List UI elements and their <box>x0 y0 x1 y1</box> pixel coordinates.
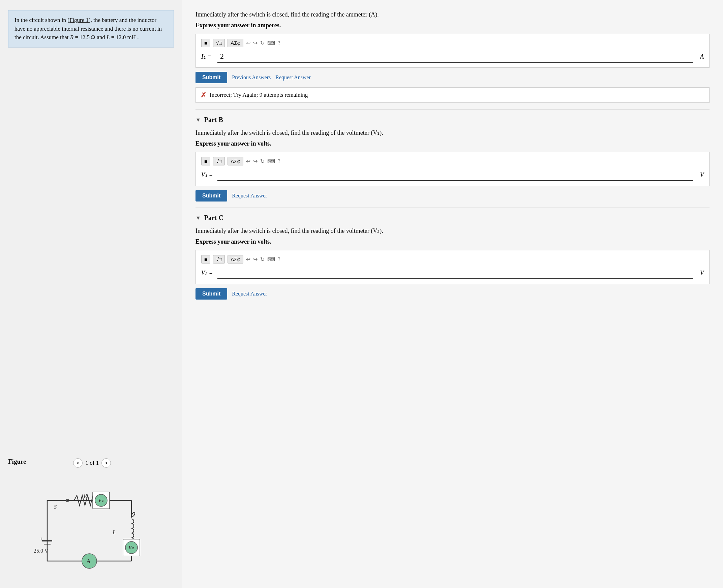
part-c-matrix-button[interactable]: ■ <box>201 255 210 264</box>
part-a-request-answer-link[interactable]: Request Answer <box>275 75 310 81</box>
part-b-help-icon[interactable]: ? <box>278 159 280 164</box>
error-x-icon: ✗ <box>201 91 206 99</box>
part-b-unit: V <box>696 171 704 178</box>
part-a-unit: A <box>696 53 704 60</box>
part-c-redo-icon[interactable]: ↪ <box>253 256 257 262</box>
part-b-input[interactable] <box>218 169 693 181</box>
divider-ab <box>195 109 709 110</box>
part-a-input-row: I₁ = A <box>201 50 704 63</box>
problem-text: In the circuit shown in (Figure 1), the … <box>15 17 162 40</box>
part-b-header: ▼ Part B <box>195 116 709 124</box>
nav-prev-button[interactable]: < <box>73 458 83 468</box>
part-b-section: ▼ Part B Immediately after the switch is… <box>195 116 709 202</box>
part-c-input-label: V₂ = <box>201 269 215 277</box>
part-b-greek-button[interactable]: ΑΣφ <box>228 157 243 165</box>
nav-count: 1 of 1 <box>85 460 99 466</box>
part-b-keyboard-icon[interactable]: ⌨ <box>267 158 275 164</box>
part-c-answer-box: ■ √□ ΑΣφ ↩ ↪ ↻ ⌨ ? V₂ = V <box>195 250 709 284</box>
greek-button[interactable]: ΑΣφ <box>228 39 243 47</box>
part-c-request-answer-link[interactable]: Request Answer <box>232 291 267 297</box>
part-b-undo-icon[interactable]: ↩ <box>246 158 250 164</box>
part-a-error-box: ✗ Incorrect; Try Again; 9 attempts remai… <box>195 87 709 103</box>
part-b-label: Part B <box>204 116 223 124</box>
error-text: Incorrect; Try Again; 9 attempts remaini… <box>210 92 308 98</box>
problem-box: In the circuit shown in (Figure 1), the … <box>8 10 174 47</box>
part-c-submit-button[interactable]: Submit <box>195 288 227 299</box>
matrix-icon-button[interactable]: ■ <box>201 39 210 47</box>
part-c-refresh-icon[interactable]: ↻ <box>260 256 265 262</box>
part-c-instruction: Express your answer in volts. <box>195 238 709 245</box>
part-a-section: Immediately after the switch is closed, … <box>195 10 709 103</box>
part-b-toolbar: ■ √□ ΑΣφ ↩ ↪ ↻ ⌨ ? <box>201 157 704 165</box>
part-a-prev-answers-link[interactable]: Previous Answers <box>232 75 271 81</box>
part-c-section: ▼ Part C Immediately after the switch is… <box>195 214 709 299</box>
part-c-header: ▼ Part C <box>195 214 709 222</box>
part-a-button-row: Submit Previous Answers Request Answer <box>195 72 709 83</box>
part-b-button-row: Submit Request Answer <box>195 190 709 202</box>
nav-next-button[interactable]: > <box>101 458 111 468</box>
part-c-undo-icon[interactable]: ↩ <box>246 256 250 262</box>
part-c-toolbar: ■ √□ ΑΣφ ↩ ↪ ↻ ⌨ ? <box>201 255 704 264</box>
part-c-collapse-arrow[interactable]: ▼ <box>195 215 201 221</box>
circuit-svg: S R L <box>27 474 155 581</box>
part-c-input-row: V₂ = V <box>201 267 704 279</box>
figure-link[interactable]: Figure 1 <box>69 17 89 23</box>
help-icon-a[interactable]: ? <box>278 40 280 46</box>
resistor-label: R <box>83 493 87 499</box>
part-b-instruction: Express your answer in volts. <box>195 140 709 147</box>
part-c-question: Immediately after the switch is closed, … <box>195 227 709 235</box>
circuit-diagram: S R L <box>8 474 174 581</box>
part-a-submit-button[interactable]: Submit <box>195 72 227 83</box>
part-b-answer-box: ■ √□ ΑΣφ ↩ ↪ ↻ ⌨ ? V₁ = V <box>195 152 709 186</box>
part-b-submit-button[interactable]: Submit <box>195 190 227 202</box>
redo-icon[interactable]: ↪ <box>253 40 257 46</box>
refresh-icon[interactable]: ↻ <box>260 40 265 46</box>
part-c-label: Part C <box>204 214 224 222</box>
part-a-question: Immediately after the switch is closed, … <box>195 10 709 19</box>
part-a-input[interactable] <box>218 50 693 63</box>
part-a-input-label: I₁ = <box>201 53 215 60</box>
part-c-keyboard-icon[interactable]: ⌨ <box>267 256 275 262</box>
switch-label: S <box>54 504 57 510</box>
sqrt-button[interactable]: √□ <box>213 39 225 47</box>
part-c-input[interactable] <box>218 267 693 279</box>
part-c-unit: V <box>696 270 704 277</box>
part-b-redo-icon[interactable]: ↪ <box>253 158 257 164</box>
part-b-input-row: V₁ = V <box>201 169 704 181</box>
divider-bc <box>195 208 709 208</box>
part-b-sqrt-button[interactable]: √□ <box>213 157 225 165</box>
figure-label: Figure <box>8 458 26 465</box>
part-b-refresh-icon[interactable]: ↻ <box>260 158 265 164</box>
part-a-answer-box: ■ √□ ΑΣφ ↩ ↪ ↻ ⌨ ? I₁ = A <box>195 34 709 68</box>
v2-text: V₂ <box>128 545 135 550</box>
part-c-greek-button[interactable]: ΑΣφ <box>228 255 243 264</box>
ammeter-text: A <box>87 558 91 564</box>
battery-label: 25.0 V <box>34 548 48 554</box>
right-panel: Immediately after the switch is closed, … <box>182 0 723 588</box>
inductor-label: L <box>112 529 116 535</box>
v1-text: V₁ <box>98 498 104 503</box>
part-c-button-row: Submit Request Answer <box>195 288 709 299</box>
part-b-request-answer-link[interactable]: Request Answer <box>232 193 267 199</box>
part-c-help-icon[interactable]: ? <box>278 256 280 262</box>
undo-icon[interactable]: ↩ <box>246 40 250 46</box>
part-c-sqrt-button[interactable]: √□ <box>213 255 225 264</box>
part-b-matrix-button[interactable]: ■ <box>201 157 210 165</box>
part-b-collapse-arrow[interactable]: ▼ <box>195 117 201 123</box>
part-a-toolbar: ■ √□ ΑΣφ ↩ ↪ ↻ ⌨ ? <box>201 39 704 47</box>
keyboard-icon[interactable]: ⌨ <box>267 40 275 46</box>
left-panel: In the circuit shown in (Figure 1), the … <box>0 0 182 588</box>
part-b-input-label: V₁ = <box>201 171 215 178</box>
part-a-instruction: Express your answer in amperes. <box>195 22 709 29</box>
part-b-question: Immediately after the switch is closed, … <box>195 128 709 138</box>
